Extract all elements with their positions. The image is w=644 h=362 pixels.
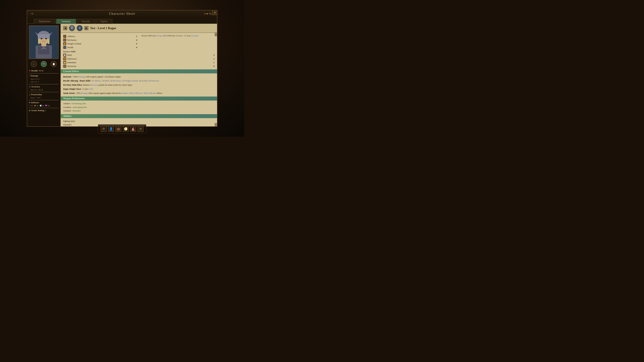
svg-text:🗡: 🗡 — [78, 27, 81, 29]
tab-reputations[interactable]: Reputations — [34, 19, 56, 24]
skill-sleight-of-hand: ✋ Sleight of Hand 4 — [63, 42, 137, 45]
mechanics-link[interactable]: Mechanics — [113, 80, 122, 82]
damage-link-sneak[interactable]: Damage — [81, 92, 88, 94]
fortitude-value: 33 — [36, 104, 38, 107]
svg-point-11 — [45, 38, 47, 39]
fortitude-badge: ⚡ 33 — [34, 104, 38, 107]
sneak-attack-label: Sneak Attack — [63, 92, 75, 94]
damage-link-backstab[interactable]: Damage — [78, 76, 85, 78]
damage-main: Main 6-10 ↗ — [29, 78, 59, 81]
accuracy-link[interactable]: Accuracy — [191, 34, 198, 37]
stealth-name: Stealth — [67, 46, 134, 49]
abilities-header: Abilities — [61, 114, 217, 118]
health-value: 80/40 — [39, 69, 44, 72]
athletics-value: 1 — [134, 35, 137, 38]
damage-label: Damage — [31, 74, 38, 78]
scroll-down-button[interactable]: ▼ — [215, 123, 217, 126]
effect-beraths-blessing: Berath's Blessing - Bonus Skills: +1 Ath… — [63, 79, 214, 83]
stealth-link[interactable]: Stealth — [142, 80, 147, 82]
will-value: 24 — [48, 104, 50, 107]
action-icon-combat[interactable]: ⚔ — [31, 61, 37, 67]
right-panel: ◀ 🗡 ▶ Test - Level 1 Rogue — [61, 24, 217, 126]
rogue-class-label: Rogue (Single Class) — [63, 88, 81, 90]
svg-point-10 — [41, 38, 42, 39]
streetwise-name: Streetwise — [67, 65, 211, 67]
char-header: ◀ 🗡 ▶ Test - Level 1 Rogue — [61, 24, 217, 33]
traps-link[interactable]: Traps — [158, 34, 162, 37]
skill-stealth: 👤 Stealth 4 — [63, 45, 137, 49]
tab-bar: Reputations Summary Records Export — [27, 17, 217, 24]
scroll-up-button[interactable]: ▲ — [215, 33, 217, 36]
tab-export[interactable]: Export — [96, 19, 112, 24]
stealth-icon: 👤 — [63, 46, 66, 49]
skill-streetwise: 🗺 Streetwise 4 — [63, 64, 214, 68]
passive-skills-list: 💬 Bluff 5 🤝 Diplomacy 1 😤 Intimidate 1 — [63, 53, 214, 68]
bonus-skills-label: Bonus Skills — [80, 80, 90, 82]
reflex-badge: 💨 44 — [40, 104, 44, 107]
guile-link[interactable]: Guile — [88, 88, 93, 90]
weapon-prof-header: Weapon Proficiencies — [61, 96, 217, 100]
action-icon-level[interactable]: 🛡 — [41, 61, 47, 67]
overbearing-shot-link[interactable]: Overbearing Shot — [72, 102, 86, 105]
toolbar-icon-ship[interactable]: ⛵ — [130, 126, 136, 132]
scroll-area[interactable]: 🏃 Athletics 1 ⚙ Mechanics 4 ✋ Sleight of… — [61, 33, 217, 126]
penetration-main: Main 7 / Off 7 — [29, 96, 59, 99]
sleight-link[interactable]: Sleight of Hand — [125, 80, 138, 82]
health-icon: ✚ — [29, 69, 30, 72]
damage-icon: ╱ — [29, 74, 30, 77]
will-badge: 💜 24 — [45, 104, 50, 107]
main-window: ❧ Character Sheet ❧ ● 51,259 ✕ Reputatio… — [27, 10, 217, 127]
haymaker-name: Haymaker — [63, 123, 72, 126]
recovery-link[interactable]: Recovery — [90, 84, 98, 86]
flanked-link[interactable]: Flanked — [122, 92, 128, 94]
mechanics-value: 4 — [134, 39, 137, 41]
defenses-icon: ◈ — [29, 101, 30, 104]
bluff-name: Bluff — [67, 54, 211, 56]
intimidate-icon: 😤 — [63, 61, 66, 64]
weapon-unarmed: Unarmed - Haymaker — [63, 109, 214, 113]
toolbar-icon-settings[interactable]: ⚙ — [138, 126, 144, 132]
body-affliction-link[interactable]: Body Affliction — [130, 92, 142, 94]
haymaker-link[interactable]: Haymaker — [72, 110, 81, 112]
streetwise-icon: 🗺 — [63, 65, 66, 68]
action-icon-inventory[interactable]: 📋 — [51, 61, 57, 67]
weapon-arbalest: Arbalest - Overbearing Shot — [63, 102, 214, 106]
beraths-blessing-label: Berath's Blessing — [63, 80, 78, 82]
stealth-value: 4 — [134, 46, 137, 49]
sleight-icon: ✋ — [63, 42, 66, 45]
athletics-link[interactable]: Athletics — [94, 80, 101, 82]
mechanics-icon: ⚙ — [63, 38, 66, 41]
toolbar-icon-abilities[interactable]: 💼 — [116, 126, 122, 132]
active-skills-grid: 🏃 Athletics 1 ⚙ Mechanics 4 ✋ Sleight of… — [63, 34, 214, 49]
sleight-name: Sleight of Hand — [67, 42, 134, 45]
next-char-button[interactable]: ▶ — [84, 26, 88, 30]
stats-section: ✚ Health: 80/40 ╱ Damage Main 6-10 ↗ Off… — [29, 69, 59, 112]
close-button[interactable]: ✕ — [212, 10, 217, 15]
accuracy-icon: ◎ — [29, 85, 30, 88]
fighting-spirit-name: Fighting Spirit — [63, 120, 75, 122]
tab-records[interactable]: Records — [77, 19, 95, 24]
interrupting-shot-link[interactable]: Interrupting Shot — [73, 106, 87, 108]
sidebar: ⚔ 🛡 📋 ✚ Health: 80/40 ╱ Damage Main 6-10… — [27, 24, 61, 126]
char-avatar-main — [69, 25, 75, 31]
toolbar-icon-inventory[interactable]: ⚙ — [100, 126, 107, 132]
streetwise-link[interactable]: Streetwise — [151, 80, 159, 82]
mind-affliction-link[interactable]: Mind Affliction — [144, 92, 156, 94]
bluff-link[interactable]: Bluff — [105, 80, 109, 82]
athletics-icon: 🏃 — [63, 35, 66, 38]
svg-rect-12 — [38, 39, 40, 44]
armor-label: Armor Rating — [31, 109, 44, 112]
mechanics-description: Disarm Difficulty 4 Traps, Pick Difficul… — [140, 34, 214, 37]
current-effects-header: Current Effects — [61, 69, 217, 73]
reflex-value: 44 — [42, 104, 44, 107]
prev-char-button[interactable]: ◀ — [63, 26, 67, 30]
skill-athletics: 🏃 Athletics 1 — [63, 34, 137, 38]
tab-summary[interactable]: Summary — [56, 19, 76, 24]
toolbar-icon-map[interactable]: 🧭 — [123, 126, 129, 132]
weapon-crossbow: Crossbow - Interrupting Shot — [63, 106, 214, 109]
title-deco-left: ❧ — [30, 11, 34, 16]
skill-intimidate: 😤 Intimidate 1 — [63, 61, 214, 64]
sleight-value: 4 — [134, 42, 137, 45]
health-label: Health: — [31, 69, 38, 72]
toolbar-icon-character[interactable]: 👤 — [108, 126, 114, 132]
